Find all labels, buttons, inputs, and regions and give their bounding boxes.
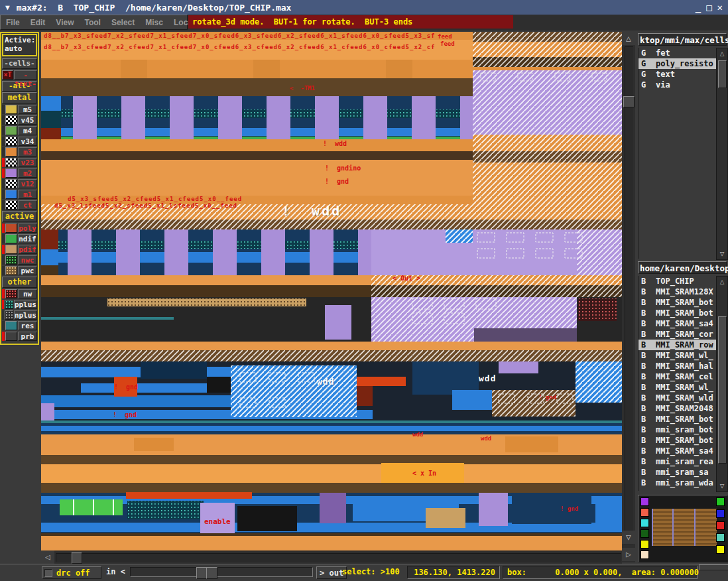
- layer-row[interactable]: m4: [2, 126, 37, 135]
- scroll-thumb[interactable]: [718, 60, 727, 88]
- vertical-scroll-thumb[interactable]: [623, 96, 635, 107]
- minimap-view[interactable]: [652, 509, 717, 546]
- canvas-vertical-scrollbar[interactable]: △ ▽ ▷: [622, 32, 635, 562]
- layer-swatch[interactable]: [5, 234, 17, 243]
- layer-swatch[interactable]: [5, 266, 17, 275]
- maximize-button[interactable]: □: [706, 2, 711, 13]
- color-swatch[interactable]: [640, 540, 649, 549]
- file-list-item[interactable]: B MMI_SRAM_bot: [638, 308, 717, 318]
- file-list-item[interactable]: B MMI_SRAM_wld: [638, 393, 717, 403]
- layer-swatch[interactable]: [5, 105, 17, 114]
- color-swatch[interactable]: [716, 509, 725, 518]
- scroll-left-icon[interactable]: ◁: [41, 550, 54, 564]
- file-list-item[interactable]: B MMI_SRAM_bot: [638, 435, 717, 446]
- titlebar[interactable]: ▼ max#2: B TOP_CHIP /home/karen/Desktop/…: [0, 0, 728, 15]
- layer-swatch[interactable]: [5, 224, 17, 233]
- cells-scrollbar[interactable]: △ ▽: [716, 48, 728, 260]
- layer-row[interactable]: m2: [2, 168, 37, 178]
- color-swatch[interactable]: [640, 497, 649, 506]
- layer-swatch[interactable]: [5, 179, 17, 188]
- menu-item[interactable]: File: [1, 18, 25, 27]
- layer-swatch[interactable]: [5, 300, 13, 309]
- text-layer-icon[interactable]: ×T: [2, 70, 13, 80]
- file-list-item[interactable]: B MMI_SRAM_row: [638, 340, 717, 350]
- scroll-right-icon[interactable]: ▷: [622, 548, 635, 561]
- scroll-up-icon[interactable]: △: [622, 32, 635, 45]
- layer-row[interactable]: poly: [2, 224, 37, 233]
- file-list-item[interactable]: B MMI_SRAM_cor: [638, 329, 717, 340]
- color-swatch[interactable]: [640, 508, 649, 517]
- drc-toggle[interactable]: drc off: [42, 566, 101, 579]
- drc-checkbox[interactable]: [44, 569, 52, 577]
- layer-swatch[interactable]: [5, 190, 17, 199]
- file-list-item[interactable]: B TOP_CHIP: [638, 276, 717, 287]
- other-group-header[interactable]: other: [2, 277, 37, 288]
- vertical-scroll-track[interactable]: [625, 46, 633, 545]
- layer-swatch[interactable]: [5, 200, 17, 210]
- layer-row[interactable]: res: [2, 321, 37, 330]
- window-menu-icon[interactable]: ▼: [5, 3, 10, 12]
- file-list-item[interactable]: B MMI_SRAM_sa4: [638, 446, 717, 456]
- layer-row[interactable]: m1: [2, 190, 37, 199]
- file-list-item[interactable]: B MMI_SRAM_wl_: [638, 382, 717, 393]
- layer-row[interactable]: ct: [2, 200, 37, 210]
- layer-swatch[interactable]: [5, 245, 17, 254]
- menu-item[interactable]: View: [50, 18, 79, 27]
- layout-canvas[interactable]: d8__b7_x3_sfeed7_x2_sfeed7_x1_sfeed7_x0_…: [41, 32, 622, 550]
- file-list-item[interactable]: B mmi_sram_rea: [638, 456, 717, 467]
- color-swatch[interactable]: [716, 497, 725, 506]
- menu-item[interactable]: Edit: [25, 18, 51, 27]
- zoom-slider-track[interactable]: [130, 567, 313, 577]
- cell-list-item[interactable]: G via: [638, 80, 717, 90]
- scroll-up-icon[interactable]: △: [717, 277, 727, 287]
- cell-list-item[interactable]: G text: [638, 69, 717, 80]
- color-swatch[interactable]: [716, 521, 725, 530]
- menu-item[interactable]: Tool: [79, 18, 105, 27]
- menu-item[interactable]: Misc: [140, 18, 168, 27]
- file-list-item[interactable]: B mmi_sram_wda: [638, 478, 717, 488]
- file-list-item[interactable]: B MMI_SRAM_hal: [638, 361, 717, 371]
- zoom-slider-thumb[interactable]: [206, 567, 217, 579]
- scroll-down-icon[interactable]: ▽: [717, 481, 727, 491]
- layer-swatch[interactable]: [5, 158, 17, 167]
- minimap-panel[interactable]: [638, 495, 728, 562]
- minimize-button[interactable]: _: [696, 2, 701, 13]
- scroll-down-icon[interactable]: ▽: [717, 249, 727, 259]
- layer-row[interactable]: m5: [2, 105, 37, 114]
- file-list-item[interactable]: B MMI_SRAM_cel: [638, 371, 717, 382]
- text-layer-button[interactable]: -text-: [14, 70, 37, 80]
- layer-row[interactable]: nplus: [2, 310, 37, 320]
- layer-row[interactable]: v34: [2, 137, 37, 146]
- file-list-item[interactable]: B MMI_SRAM_wl_: [638, 350, 717, 361]
- file-list-item[interactable]: B MMI_SRAM2048: [638, 403, 717, 414]
- layer-swatch[interactable]: [5, 137, 17, 146]
- zoom-in-label[interactable]: in <: [106, 567, 125, 576]
- active-group-header[interactable]: active: [2, 211, 37, 222]
- canvas-horizontal-scrollbar[interactable]: ◁: [41, 550, 622, 564]
- layer-row[interactable]: ndif: [2, 234, 37, 243]
- layer-swatch[interactable]: [5, 321, 17, 330]
- cell-list-item[interactable]: G fet: [638, 48, 717, 58]
- color-swatch[interactable]: [716, 533, 725, 542]
- scroll-up-icon[interactable]: △: [717, 48, 727, 59]
- layer-row[interactable]: pplus: [2, 300, 37, 309]
- layer-row[interactable]: pdif: [2, 245, 37, 254]
- layer-swatch[interactable]: [5, 126, 17, 135]
- color-swatch[interactable]: [640, 550, 649, 559]
- horizontal-scroll-thumb[interactable]: [72, 552, 82, 564]
- close-button[interactable]: ✕: [717, 2, 723, 13]
- cell-list-item[interactable]: G poly_resisto: [638, 58, 717, 69]
- layer-swatch[interactable]: [5, 115, 17, 125]
- layer-swatch[interactable]: [5, 147, 17, 157]
- color-swatch[interactable]: [640, 529, 649, 538]
- layer-swatch[interactable]: [5, 310, 13, 320]
- layer-swatch[interactable]: [5, 332, 17, 341]
- files-path-header[interactable]: home/karen/Desktop: [638, 261, 727, 274]
- cells-path-header[interactable]: ktop/mmi/max/cells: [638, 33, 727, 46]
- layer-row[interactable]: v23: [2, 158, 37, 167]
- menu-item[interactable]: Select: [106, 18, 140, 27]
- layer-row[interactable]: nw: [2, 289, 37, 298]
- layer-row[interactable]: pwc: [2, 266, 37, 275]
- layer-swatch[interactable]: [5, 289, 17, 298]
- cells-button[interactable]: -cells-: [2, 58, 37, 69]
